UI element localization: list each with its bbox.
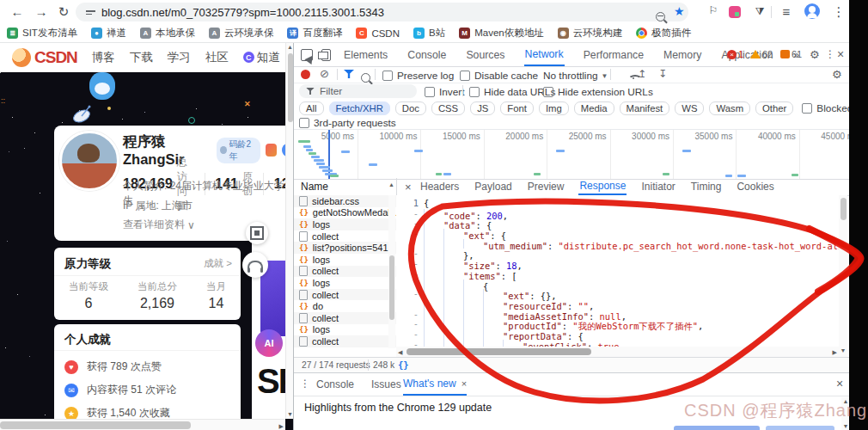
network-settings-icon[interactable]: ⚙: [832, 68, 842, 81]
bookmark-item[interactable]: A云环境承保: [209, 27, 274, 40]
detail-tab-payload[interactable]: Payload: [474, 179, 512, 194]
issues-badge[interactable]: 61: [780, 49, 802, 59]
devtools-menu-icon[interactable]: ⋮: [825, 48, 835, 60]
drawer-tab-console[interactable]: Console: [315, 374, 355, 395]
request-row[interactable]: {}logs: [294, 324, 396, 336]
bookmark-item[interactable]: ◉云环境构建: [558, 27, 623, 40]
filter-chip-js[interactable]: JS: [470, 101, 495, 115]
disable-cache-checkbox[interactable]: Disable cache: [460, 70, 538, 82]
import-har-icon[interactable]: ↥: [638, 68, 646, 80]
devtools-tab-performance[interactable]: Performance: [583, 45, 645, 65]
devtools-close-icon[interactable]: ×: [837, 47, 844, 61]
detail-tab-preview[interactable]: Preview: [527, 179, 565, 194]
filter-chip-ws[interactable]: WS: [675, 101, 704, 115]
bookmark-star-icon[interactable]: ★: [674, 4, 685, 18]
settings-gear-icon[interactable]: ⚙: [810, 48, 820, 61]
request-row[interactable]: collect: [294, 335, 396, 347]
request-row[interactable]: collect: [294, 266, 396, 278]
request-row[interactable]: {}logs: [294, 277, 396, 289]
zoom-out-icon[interactable]: [656, 12, 665, 22]
request-row[interactable]: {}logs: [294, 218, 396, 230]
scroll-right-arrow[interactable]: ▶: [279, 422, 284, 430]
list-scroll-thumb[interactable]: [389, 255, 394, 320]
bookmark-item[interactable]: MMaven依赖地址: [459, 27, 544, 40]
error-badge[interactable]: ×1: [727, 49, 743, 59]
drawer-tab-whats-new[interactable]: What's new ×: [403, 373, 467, 396]
reading-list-icon[interactable]: ≡: [778, 4, 795, 19]
request-row[interactable]: collect: [294, 289, 396, 301]
detail-tab-initiator[interactable]: Initiator: [640, 179, 675, 194]
response-horizontal-scrollbar[interactable]: ◀ ▶: [396, 347, 839, 357]
close-tab-icon[interactable]: ×: [462, 378, 467, 389]
csdn-nav-item[interactable]: 博客: [92, 50, 115, 65]
name-column-header[interactable]: Name: [301, 181, 328, 193]
response-vscroll-thumb[interactable]: [840, 198, 847, 220]
filter-chip-all[interactable]: All: [299, 101, 324, 115]
filter-chip-media[interactable]: Media: [574, 101, 614, 115]
request-row[interactable]: {}getNotShowMedal...: [294, 207, 396, 219]
csdn-nav-item[interactable]: C知道: [243, 50, 280, 65]
response-scroll-left-arrow[interactable]: ◀: [398, 348, 402, 357]
request-row[interactable]: {}list?positions=541: [294, 242, 396, 254]
avatar[interactable]: [59, 131, 119, 191]
clear-icon[interactable]: ⊘: [320, 67, 329, 80]
bookmark-item[interactable]: 译百度翻译: [287, 27, 342, 40]
view-detail-link[interactable]: 查看详细资料∨: [123, 218, 195, 232]
response-scroll-right-arrow[interactable]: ▶: [833, 348, 837, 357]
list-scroll-up-arrow[interactable]: ▲: [388, 181, 394, 189]
filter-chip-img[interactable]: Img: [539, 101, 569, 115]
devtools-tab-network[interactable]: Network: [524, 44, 565, 66]
achievement-link[interactable]: 成就 >: [204, 257, 232, 270]
request-list-scrollbar[interactable]: [388, 195, 395, 348]
filter-chip-wasm[interactable]: Wasm: [709, 101, 750, 115]
devtools-tab-elements[interactable]: Elements: [343, 45, 388, 65]
side-panel-flag-icon[interactable]: ⚐: [705, 4, 722, 16]
network-overview-timeline[interactable]: 5000 ms10000 ms15000 ms20000 ms25000 ms3…: [294, 129, 849, 180]
devtools-tab-memory[interactable]: Memory: [663, 45, 702, 65]
scroll-up-arrow[interactable]: ▲: [286, 43, 293, 52]
bookmark-item[interactable]: CCSDN: [356, 28, 400, 39]
back-icon[interactable]: ←: [9, 4, 26, 19]
export-har-icon[interactable]: ↧: [658, 68, 667, 80]
inspect-element-icon[interactable]: [301, 49, 313, 61]
filter-chip-doc[interactable]: Doc: [395, 101, 426, 115]
blocked-cookies-checkbox[interactable]: Blocked response cookies: [802, 102, 849, 114]
hscroll-thumb[interactable]: [0, 421, 191, 429]
warning-badge[interactable]: 62: [750, 49, 773, 59]
bookmark-item[interactable]: A本地承保: [140, 27, 195, 40]
invert-checkbox[interactable]: Invert: [425, 86, 465, 98]
response-hscroll-thumb[interactable]: [406, 348, 591, 355]
forward-icon[interactable]: →: [33, 4, 50, 19]
third-party-checkbox[interactable]: 3rd-party requests: [299, 117, 396, 129]
filter-chip-css[interactable]: CSS: [431, 101, 465, 115]
response-scroll-down-arrow[interactable]: ▼: [839, 347, 847, 355]
filter-input[interactable]: Filter: [299, 84, 417, 98]
response-vertical-scrollbar[interactable]: ▼: [839, 195, 847, 357]
drawer-scroll-down[interactable]: ▼: [841, 422, 849, 430]
record-icon[interactable]: [301, 70, 310, 79]
csdn-nav-item[interactable]: 下载: [130, 50, 153, 65]
filter-chip-font[interactable]: Font: [500, 101, 534, 115]
hide-extension-urls-checkbox[interactable]: Hide extension URLs: [543, 86, 653, 98]
profile-avatar-icon[interactable]: [804, 3, 820, 19]
device-toolbar-icon[interactable]: [321, 49, 331, 61]
csdn-nav-item[interactable]: 学习: [168, 50, 191, 65]
page-vertical-scrollbar[interactable]: ▲ ▼: [285, 43, 293, 419]
scroll-thumb[interactable]: [288, 53, 293, 122]
csdn-nav-item[interactable]: 社区: [205, 50, 229, 65]
filter-chip-manifest[interactable]: Manifest: [620, 101, 670, 115]
request-row[interactable]: sidebar.css: [294, 195, 396, 207]
filter-toggle-icon[interactable]: [344, 70, 354, 78]
request-row[interactable]: {}do: [294, 300, 396, 312]
qr-code-button[interactable]: [246, 222, 268, 244]
throttling-select[interactable]: No throttling▼: [543, 70, 608, 82]
close-details-icon[interactable]: ×: [405, 181, 412, 194]
site-info-icon[interactable]: [86, 9, 95, 16]
browser-menu-icon[interactable]: ⋮: [830, 4, 847, 20]
drawer-tab-issues[interactable]: Issues: [370, 374, 402, 395]
search-icon[interactable]: [361, 73, 370, 83]
bookmark-item[interactable]: ●禅道: [91, 27, 126, 40]
customer-service-button[interactable]: [242, 252, 268, 278]
drawer-menu-icon[interactable]: ⋮: [300, 378, 310, 390]
preserve-log-checkbox[interactable]: Preserve log: [382, 70, 454, 82]
